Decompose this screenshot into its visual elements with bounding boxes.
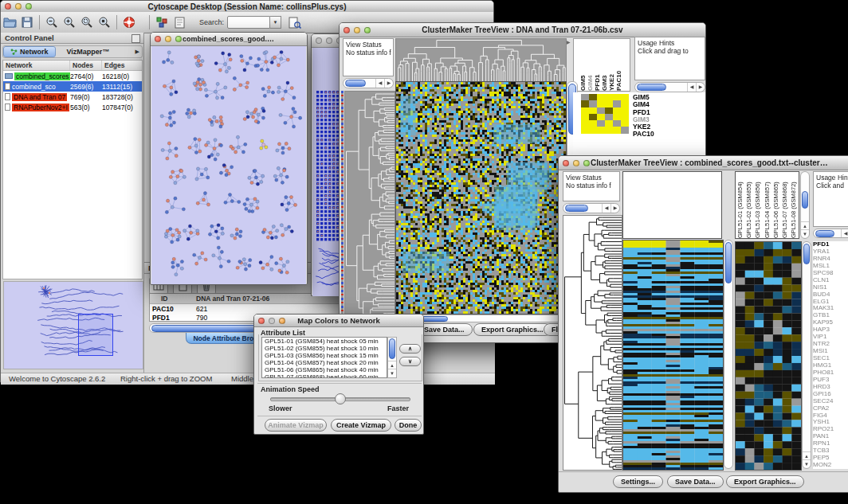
annotation-icon[interactable] — [171, 14, 188, 30]
scroll-left-icon[interactable]: ◀ — [687, 83, 696, 92]
dialog-titlebar[interactable]: Map Colors to Network — [254, 315, 423, 327]
network-list-row[interactable]: DNA and Tran 07769(0)183728(0) — [3, 92, 142, 102]
zoom-window-icon[interactable] — [175, 36, 182, 42]
matrix-cell[interactable] — [597, 100, 605, 107]
col-edges[interactable]: Edges — [102, 61, 142, 70]
minimize-icon[interactable] — [15, 3, 22, 10]
scroll-right-icon[interactable]: ▶ — [696, 83, 705, 92]
matrix-cell[interactable] — [613, 127, 621, 133]
scroll-thumb[interactable] — [802, 191, 808, 209]
tv2-detail-heatmap[interactable] — [735, 241, 802, 471]
tab-network[interactable]: Network — [3, 46, 56, 57]
zoom-out-button[interactable] — [43, 14, 61, 30]
minimize-icon[interactable] — [269, 318, 275, 324]
scroll-thumb[interactable] — [345, 80, 366, 87]
tv1-status-hscrollbar[interactable]: ◀ ▶ — [343, 78, 394, 88]
search-dropdown-icon[interactable]: ▼ — [270, 16, 281, 29]
scroll-left-icon[interactable]: ◀ — [375, 79, 384, 88]
matrix-cell[interactable] — [589, 94, 597, 100]
tv2-labels-vscrollbar[interactable]: ▲ ▼ — [800, 171, 810, 239]
matrix-cell[interactable] — [581, 127, 589, 133]
matrix-cell[interactable] — [621, 94, 629, 100]
animate-vizmap-button[interactable]: Animate Vizmap — [265, 419, 327, 432]
matrix-cell[interactable] — [589, 100, 597, 107]
tv2-status-hscrollbar[interactable]: ◀ ▶ — [563, 203, 620, 213]
matrix-cell[interactable] — [581, 100, 589, 107]
network-list-row[interactable]: combined_sco2569(6)13112(15) — [3, 81, 142, 92]
vizmapper-shortcut-icon[interactable] — [153, 14, 171, 30]
col-network[interactable]: Network — [3, 61, 70, 70]
matrix-cell[interactable] — [589, 120, 597, 127]
help-button[interactable] — [120, 14, 138, 30]
attribute-list-item[interactable]: GPL51-02 (GSM855) heat shock 10 min — [262, 345, 387, 352]
close-icon[interactable] — [563, 160, 569, 166]
matrix-cell[interactable] — [597, 120, 605, 127]
close-icon[interactable] — [344, 27, 350, 33]
close-icon[interactable] — [155, 36, 161, 42]
network-list-row[interactable]: combined_scores2764(0)16218(0) — [3, 71, 142, 81]
scroll-down-icon[interactable]: ▼ — [803, 459, 811, 468]
main-titlebar[interactable]: Cytoscape Desktop (Session Name: collins… — [1, 1, 493, 13]
tv2-heatmap-vscrollbar[interactable] — [724, 240, 733, 469]
matrix-cell[interactable] — [613, 120, 621, 127]
col-nodes[interactable]: Nodes — [70, 61, 102, 70]
tv1-dendro-arrows[interactable]: ▶ — [567, 39, 571, 45]
close-icon[interactable] — [316, 37, 322, 44]
attribute-list-item[interactable]: GPL51-03 (GSM856) heat shock 15 min — [262, 352, 387, 359]
save-session-button[interactable] — [18, 14, 36, 30]
scroll-right-icon[interactable]: ▶ — [610, 204, 619, 213]
zoom-window-icon[interactable] — [279, 318, 285, 324]
scroll-thumb[interactable] — [815, 230, 834, 237]
matrix-cell[interactable] — [605, 120, 613, 127]
attribute-list-item[interactable]: GPL51-07 (GSM868) heat shock 60 min — [262, 373, 387, 378]
attribute-list-item[interactable]: GPL51-06 (GSM865) heat shock 40 min — [262, 366, 387, 373]
scroll-down-icon[interactable]: ▼ — [388, 369, 396, 377]
matrix-cell[interactable] — [605, 100, 613, 107]
matrix-cell[interactable] — [605, 127, 613, 133]
matrix-cell[interactable] — [597, 94, 605, 100]
col-attr[interactable]: DNA and Tran 07-21-06 — [191, 294, 269, 303]
float-panel-icon[interactable] — [132, 34, 140, 43]
matrix-cell[interactable] — [613, 107, 621, 114]
treeview2-titlebar[interactable]: ClusterMaker TreeView : combined_scores_… — [559, 156, 848, 170]
matrix-cell[interactable] — [613, 114, 621, 120]
zoom-in-button[interactable] — [61, 14, 78, 30]
network-list-row[interactable]: RNAPuberNov2+I563(0)107847(0) — [3, 102, 142, 112]
minimize-icon[interactable] — [573, 160, 579, 166]
attribute-list-item[interactable]: GPL51-01 (GSM854) heat shock 05 min — [262, 338, 387, 345]
matrix-cell[interactable] — [605, 107, 613, 114]
scroll-left-icon[interactable]: ◀ — [841, 229, 848, 238]
matrix-cell[interactable] — [621, 114, 629, 120]
create-vizmap-button[interactable]: Create Vizmap — [331, 419, 391, 432]
advanced-search-icon[interactable] — [286, 14, 304, 30]
move-up-button[interactable]: ∧ — [399, 344, 421, 354]
more-tabs-button[interactable]: ▶ — [135, 49, 139, 55]
matrix-cell[interactable] — [597, 127, 605, 133]
scroll-right-icon[interactable]: ▶ — [384, 79, 393, 88]
matrix-cell[interactable] — [613, 100, 621, 107]
attribute-list-item[interactable]: GPL51-04 (GSM857) heat shock 20 min — [262, 359, 387, 366]
scroll-thumb[interactable] — [803, 244, 810, 264]
matrix-cell[interactable] — [581, 114, 589, 120]
tv2-detail-vscrollbar[interactable]: ▲ ▼ — [802, 241, 811, 469]
col-id[interactable]: ID — [150, 294, 191, 303]
network1-canvas[interactable] — [151, 46, 306, 284]
zoom-selected-button[interactable] — [78, 14, 96, 30]
matrix-cell[interactable] — [589, 127, 597, 133]
slider-thumb[interactable] — [335, 393, 346, 404]
close-icon[interactable] — [5, 3, 11, 10]
matrix-cell[interactable] — [597, 107, 605, 114]
network-overview-thumbnail[interactable] — [3, 281, 143, 369]
treeview1-titlebar[interactable]: ClusterMaker TreeView : DNA and Tran 07-… — [340, 23, 705, 37]
zoom-window-icon[interactable] — [364, 27, 371, 33]
matrix-cell[interactable] — [605, 94, 613, 100]
export-graphics-button[interactable]: Export Graphics... — [473, 323, 552, 336]
minimize-icon[interactable] — [326, 37, 332, 44]
minimize-icon[interactable] — [354, 27, 360, 33]
matrix-cell[interactable] — [581, 107, 589, 114]
tv1-hints-hscrollbar[interactable]: ◀ ▶ — [634, 82, 705, 92]
matrix-cell[interactable] — [597, 114, 605, 120]
tv2-row-dendrogram[interactable] — [563, 215, 622, 471]
save-data-button[interactable]: Save Data... — [416, 323, 473, 336]
matrix-cell[interactable] — [605, 114, 613, 120]
